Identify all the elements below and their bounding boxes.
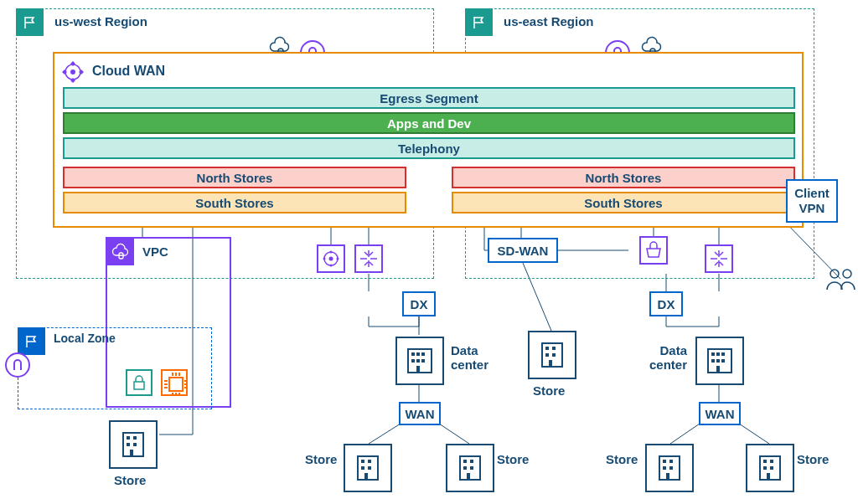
dx-box-east: DX [649, 291, 683, 316]
svg-rect-62 [711, 352, 715, 356]
wan-box-east: WAN [699, 402, 741, 425]
building-icon [537, 340, 567, 370]
svg-point-38 [337, 258, 339, 260]
svg-rect-65 [711, 359, 715, 363]
store-building [344, 444, 392, 492]
region-tab-icon [465, 8, 493, 36]
svg-rect-46 [416, 359, 420, 363]
svg-rect-76 [763, 460, 767, 463]
svg-rect-47 [421, 359, 425, 363]
wan-box-west: WAN [399, 402, 441, 425]
datacenter-west [395, 337, 444, 385]
region-west-label: us-west Region [54, 14, 147, 28]
svg-rect-58 [463, 466, 467, 470]
building-icon [455, 453, 485, 483]
cloud-wan-icon [61, 60, 85, 84]
store-label: Store [797, 452, 829, 466]
local-zone-text: Local Zone [54, 332, 116, 345]
store-building [528, 331, 576, 379]
store-building [746, 444, 794, 492]
datacenter-east [695, 337, 744, 385]
svg-rect-91 [133, 443, 137, 446]
store-building [645, 444, 694, 492]
svg-rect-86 [549, 360, 552, 367]
svg-point-34 [329, 257, 333, 261]
svg-rect-79 [770, 466, 773, 470]
building-icon [405, 346, 435, 376]
store-building [109, 420, 158, 469]
router-icon [709, 249, 729, 269]
building-icon [353, 453, 383, 483]
region-east-label: us-east Region [504, 14, 594, 28]
svg-line-18 [439, 424, 469, 444]
cloud-wan-container: Cloud WAN Egress Segment Apps and Dev Te… [53, 52, 804, 228]
local-zone-tab-icon [18, 327, 45, 355]
svg-rect-89 [133, 436, 137, 440]
svg-rect-83 [552, 347, 556, 350]
svg-rect-48 [416, 366, 420, 373]
svg-rect-67 [721, 359, 725, 363]
building-icon [654, 453, 685, 483]
gateway-icon [11, 358, 24, 372]
svg-rect-90 [127, 443, 130, 446]
svg-rect-82 [545, 347, 549, 350]
svg-rect-52 [361, 466, 364, 470]
vpc-icon [111, 243, 130, 261]
attachment-icon [5, 352, 30, 378]
svg-rect-68 [716, 366, 720, 373]
svg-rect-45 [411, 359, 415, 363]
svg-rect-71 [669, 460, 673, 463]
svg-rect-84 [545, 353, 549, 357]
svg-rect-44 [421, 352, 425, 356]
svg-point-40 [843, 270, 851, 278]
svg-rect-60 [467, 473, 470, 480]
svg-rect-42 [411, 352, 415, 356]
svg-rect-50 [361, 460, 364, 463]
router-icon [359, 249, 379, 269]
svg-rect-54 [364, 473, 368, 480]
building-icon [118, 429, 148, 460]
svg-rect-80 [767, 473, 770, 480]
segment-egress: Egress Segment [63, 87, 795, 109]
svg-rect-51 [368, 460, 371, 463]
local-zone-label: Local Zone [54, 332, 116, 346]
svg-line-25 [739, 424, 769, 444]
segment-north-stores-east: North Stores [452, 167, 795, 188]
building-icon [755, 453, 785, 483]
svg-point-39 [830, 270, 839, 278]
svg-line-17 [369, 424, 401, 444]
svg-point-36 [330, 265, 333, 267]
segment-north-stores-west: North Stores [63, 167, 406, 188]
svg-rect-74 [666, 473, 669, 480]
segment-south-stores-east: South Stores [452, 192, 795, 213]
flag-icon [472, 15, 487, 30]
local-zone-container: Local Zone [18, 327, 212, 409]
svg-line-24 [670, 424, 700, 444]
svg-rect-85 [552, 353, 556, 357]
vpc-tab-icon [106, 238, 134, 265]
flag-icon [23, 15, 38, 30]
transit-gateway-icon [354, 244, 383, 273]
vpc-label: VPC [142, 244, 168, 259]
svg-rect-56 [463, 460, 467, 463]
store-label: Store [114, 473, 146, 487]
svg-rect-73 [669, 466, 673, 470]
segment-telephony: Telephony [63, 137, 795, 159]
cloud-wan-title: Cloud WAN [92, 64, 165, 79]
flag-icon [24, 334, 39, 349]
svg-rect-78 [763, 466, 767, 470]
building-icon [705, 346, 735, 376]
datacenter-label-west: Data center [451, 343, 501, 372]
svg-rect-72 [663, 466, 666, 470]
segment-apps-dev: Apps and Dev [63, 112, 795, 134]
transit-gateway-icon [317, 244, 345, 273]
store-building [446, 444, 494, 492]
transit-gateway-icon [705, 244, 733, 273]
region-tab-icon [16, 8, 44, 36]
svg-rect-64 [721, 352, 725, 356]
sd-wan-box: SD-WAN [488, 238, 558, 263]
svg-rect-92 [130, 450, 133, 456]
svg-rect-57 [470, 460, 473, 463]
store-label: Store [606, 452, 638, 466]
transit-gateway-icon [639, 236, 668, 265]
